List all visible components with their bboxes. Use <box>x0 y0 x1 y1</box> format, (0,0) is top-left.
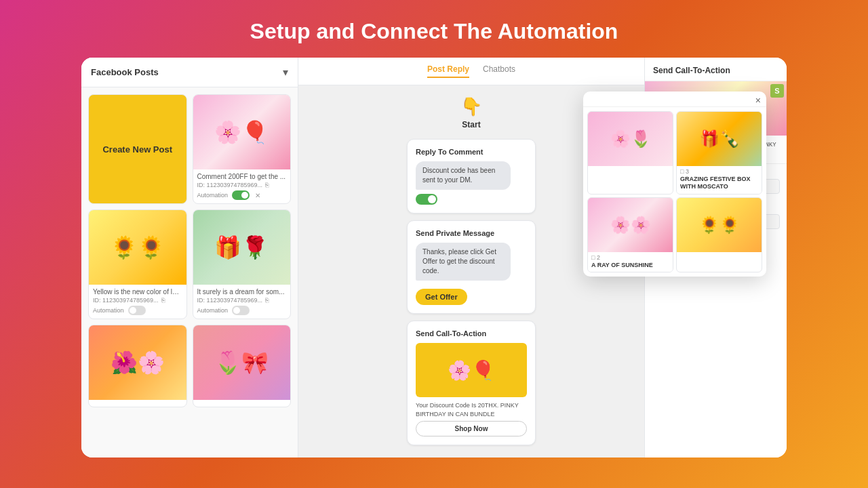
post-card-5[interactable]: 🌷🎀 <box>193 325 292 407</box>
page-title: Setup and Connect The Automation <box>250 0 618 58</box>
reply-comment-card[interactable]: Reply To Comment Discount code has been … <box>407 139 536 214</box>
post-caption-3: It surely is a dream for som... <box>197 288 287 296</box>
popup-grid: 🌸🌷 🎁🍾 □ 3 GRAZING FESTIVE BOX WITH MOSCA… <box>583 107 766 277</box>
post-caption-2: Yellow is the new color of lov... <box>93 288 182 296</box>
fb-posts-title: Facebook Posts <box>91 67 159 77</box>
reply-comment-title: Reply To Comment <box>416 148 527 156</box>
cta-preview-image: 🌸🎈 <box>416 343 527 397</box>
right-panel-title: Send Call-To-Action <box>645 58 787 81</box>
automation-label-3: Automation <box>197 307 229 314</box>
popup-close-button[interactable]: × <box>755 96 761 105</box>
automation-toggle-1[interactable] <box>232 190 250 200</box>
popup-image-4: 🌻🌻 <box>677 198 762 252</box>
cta-caption: Your Discount Code Is 20THX. PINKY BIRTH… <box>416 401 527 418</box>
automation-row-1: Automation ✕ <box>197 190 287 200</box>
post-caption-1: Comment 200FF to get the ... <box>197 173 287 180</box>
left-panel: Facebook Posts ▾ Create New Post 🌸🎈 Comm… <box>81 58 298 458</box>
shop-now-button[interactable]: Shop Now <box>416 421 527 436</box>
post-id-2: ID: 112303974785969... ⎘ <box>93 297 182 304</box>
post-card-2[interactable]: 🌻🌻 Yellow is the new color of lov... ID:… <box>88 209 187 319</box>
popup-image-2: 🎁🍾 <box>677 112 762 166</box>
tab-post-reply[interactable]: Post Reply <box>427 64 469 78</box>
private-message-title: Send Private Message <box>416 229 527 237</box>
popup-item-info-1 <box>588 166 673 172</box>
post-image-3: 🎁🌹 <box>193 210 291 285</box>
popup-item-count-2: □ 3 <box>680 168 758 175</box>
start-node: 👇 Start <box>460 96 482 129</box>
private-message-bubble: Thanks, please click Get Offer to get th… <box>416 243 511 281</box>
cta-title: Send Call-To-Action <box>416 329 527 338</box>
shopify-badge: S <box>770 84 784 98</box>
reply-comment-bubble: Discount code has been sent to your DM. <box>416 161 511 190</box>
post-info-5 <box>193 400 291 407</box>
popup-item-4[interactable]: 🌻🌻 <box>676 197 762 273</box>
post-card-3[interactable]: 🎁🌹 It surely is a dream for som... ID: 1… <box>193 209 292 319</box>
post-info-2: Yellow is the new color of lov... ID: 11… <box>89 285 186 319</box>
automation-label-1: Automation <box>197 192 229 199</box>
post-info-1: Comment 200FF to get the ... ID: 1123039… <box>193 169 291 203</box>
start-emoji: 👇 <box>460 96 482 117</box>
popup-item-info-4 <box>677 252 762 258</box>
popup-item-1[interactable]: 🌸🌷 <box>587 111 673 195</box>
popup-item-info-2: □ 3 GRAZING FESTIVE BOX WITH MOSCATO <box>677 166 762 194</box>
post-card-1[interactable]: 🌸🎈 Comment 200FF to get the ... ID: 1123… <box>193 94 292 204</box>
cta-card[interactable]: Send Call-To-Action 🌸🎈 Your Discount Cod… <box>407 321 536 445</box>
post-id-3: ID: 112303974785969... ⎘ <box>197 297 287 304</box>
popup-item-name-3: A RAY OF SUNSHINE <box>591 262 669 269</box>
post-card-4[interactable]: 🌺🌸 <box>88 325 187 407</box>
automation-toggle-3[interactable] <box>232 306 250 315</box>
create-new-post-card[interactable]: Create New Post <box>88 94 187 204</box>
popup-image-1: 🌸🌷 <box>588 112 673 166</box>
copy-icon-2[interactable]: ⎘ <box>161 297 165 304</box>
popup-header: × <box>583 92 766 107</box>
create-new-label: Create New Post <box>102 144 172 155</box>
automation-label-2: Automation <box>93 307 124 314</box>
popup-item-count-3: □ 2 <box>591 254 669 261</box>
post-image-5: 🌷🎀 <box>193 325 291 400</box>
reply-toggle[interactable] <box>416 194 437 205</box>
post-info-3: It surely is a dream for som... ID: 1123… <box>193 285 291 319</box>
tab-chatbots[interactable]: Chatbots <box>483 64 515 78</box>
image-picker-popup: × 🌸🌷 🎁🍾 □ 3 GRAZING FESTIVE BOX WITH MOS… <box>583 92 766 277</box>
copy-icon-1[interactable]: ⎘ <box>265 182 269 188</box>
popup-item-2[interactable]: 🎁🍾 □ 3 GRAZING FESTIVE BOX WITH MOSCATO <box>676 111 762 195</box>
private-message-card[interactable]: Send Private Message Thanks, please clic… <box>407 220 536 314</box>
fb-posts-header: Facebook Posts ▾ <box>81 58 298 87</box>
start-label: Start <box>462 120 480 129</box>
get-offer-button[interactable]: Get Offer <box>416 289 467 305</box>
popup-item-name-2: GRAZING FESTIVE BOX WITH MOSCATO <box>680 176 758 190</box>
post-image-1: 🌸🎈 <box>193 95 291 169</box>
post-id-1: ID: 112303974785969... ⎘ <box>197 182 287 188</box>
remove-post-1[interactable]: ✕ <box>255 192 260 199</box>
posts-grid: Create New Post 🌸🎈 Comment 200FF to get … <box>81 87 298 414</box>
popup-item-3[interactable]: 🌸🌸 □ 2 A RAY OF SUNSHINE <box>587 197 673 273</box>
post-info-4 <box>89 400 186 407</box>
copy-icon-3[interactable]: ⎘ <box>265 297 269 304</box>
post-image-4: 🌺🌸 <box>89 325 186 400</box>
reply-toggle-row <box>416 194 527 205</box>
automation-toggle-2[interactable] <box>128 306 146 315</box>
tabs-bar: Post Reply Chatbots <box>298 58 644 85</box>
chevron-down-icon[interactable]: ▾ <box>283 66 288 79</box>
automation-row-3: Automation <box>197 306 287 315</box>
popup-image-3: 🌸🌸 <box>588 198 673 252</box>
post-image-2: 🌻🌻 <box>89 210 186 285</box>
main-container: Facebook Posts ▾ Create New Post 🌸🎈 Comm… <box>81 58 787 458</box>
automation-row-2: Automation <box>93 306 182 315</box>
popup-item-info-3: □ 2 A RAY OF SUNSHINE <box>588 252 673 272</box>
